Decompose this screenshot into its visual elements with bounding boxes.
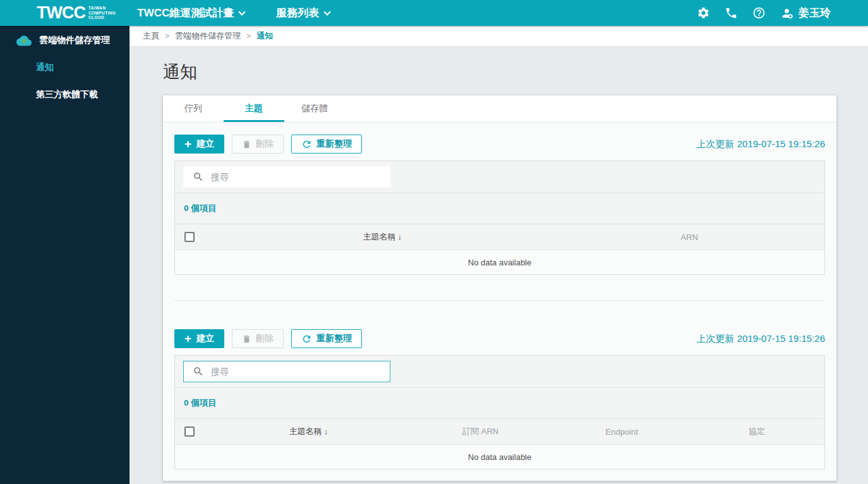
column-label: 主題名稱 bbox=[289, 427, 322, 436]
last-updated-label: 上次更新 bbox=[697, 333, 735, 344]
delete-button-label: 刪除 bbox=[256, 138, 274, 150]
last-updated-label: 上次更新 bbox=[697, 138, 735, 149]
services-menu[interactable]: 服務列表 bbox=[276, 6, 330, 20]
column-header-topic-name[interactable]: 主題名稱↓ bbox=[210, 231, 554, 243]
tab-buckets[interactable]: 儲存體 bbox=[284, 95, 345, 122]
topics-search-box bbox=[183, 166, 390, 188]
create-subscription-button[interactable]: + 建立 bbox=[174, 329, 224, 348]
create-button-label: 建立 bbox=[196, 333, 214, 344]
subscriptions-toolbar: + 建立 刪除 重新整理 bbox=[174, 329, 825, 348]
sidebar-nav: 通知 第三方軟體下載 bbox=[0, 62, 130, 100]
user-pin-icon bbox=[780, 6, 793, 20]
column-header-topic-name[interactable]: 主題名稱↓ bbox=[210, 426, 407, 437]
phone-contact-icon[interactable] bbox=[725, 6, 738, 20]
logo-sub-line: COMPUTING bbox=[88, 11, 116, 15]
topics-empty-state: No data available bbox=[175, 250, 824, 274]
trash-icon bbox=[242, 334, 251, 344]
breadcrumb-storage-management[interactable]: 雲端物件儲存管理 bbox=[175, 30, 241, 42]
topics-table-panel: 0 個項目 主題名稱↓ ARN bbox=[174, 160, 825, 275]
notifications-card: 佇列 主題 儲存體 + 建立 bbox=[163, 95, 836, 481]
tab-bar: 佇列 主題 儲存體 bbox=[163, 95, 836, 123]
topics-item-count: 0 個項目 bbox=[175, 193, 824, 224]
column-header-arn: ARN bbox=[554, 233, 824, 242]
logo-sub-line: CLOUD bbox=[88, 15, 104, 20]
tab-label: 佇列 bbox=[184, 103, 202, 113]
project-menu[interactable]: TWCC維運測試計畫 bbox=[137, 6, 244, 20]
column-header-endpoint: Endpoint bbox=[554, 427, 689, 437]
tab-panel-topics: + 建立 刪除 重新整理 bbox=[163, 123, 836, 481]
sidebar-item-third-party-download[interactable]: 第三方軟體下載 bbox=[0, 89, 130, 100]
settings-gear-icon[interactable] bbox=[697, 6, 710, 20]
sidebar-service-title-label: 雲端物件儲存管理 bbox=[39, 35, 110, 46]
sort-desc-icon: ↓ bbox=[324, 427, 329, 436]
refresh-topics-button[interactable]: 重新整理 bbox=[291, 135, 362, 154]
create-topic-button[interactable]: + 建立 bbox=[174, 135, 224, 154]
user-name: 姜玉玲 bbox=[799, 6, 831, 20]
subscriptions-empty-state: No data available bbox=[175, 444, 824, 469]
breadcrumb-separator: > bbox=[165, 32, 169, 40]
subscriptions-section: + 建立 刪除 重新整理 bbox=[174, 329, 825, 469]
tab-label: 儲存體 bbox=[301, 103, 328, 113]
column-label: 協定 bbox=[749, 427, 765, 436]
sidebar-item-label: 第三方軟體下載 bbox=[36, 89, 98, 99]
column-header-subscription-arn: 訂閱 ARN bbox=[407, 426, 554, 437]
delete-topic-button[interactable]: 刪除 bbox=[232, 135, 284, 154]
main-area: 主頁 > 雲端物件儲存管理 > 通知 通知 佇列 主題 儲存體 bbox=[130, 26, 868, 484]
refresh-icon bbox=[301, 139, 312, 150]
refresh-button-label: 重新整理 bbox=[316, 138, 352, 150]
sort-desc-icon: ↓ bbox=[397, 232, 402, 241]
topbar: TWCC TAIWAN COMPUTING CLOUD TWCC維運測試計畫 服… bbox=[0, 0, 868, 26]
refresh-icon bbox=[301, 334, 312, 344]
subscriptions-table-panel: 0 個項目 主題名稱↓ 訂閱 ARN bbox=[174, 355, 825, 469]
breadcrumb: 主頁 > 雲端物件儲存管理 > 通知 bbox=[130, 26, 868, 47]
select-all-checkbox[interactable] bbox=[184, 427, 195, 437]
checkbox-cell bbox=[175, 427, 210, 437]
plus-icon: + bbox=[184, 332, 191, 344]
cloud-upload-icon bbox=[16, 35, 32, 46]
last-updated-text: 上次更新 2019-07-15 19:15:26 bbox=[697, 333, 825, 345]
tab-queues[interactable]: 佇列 bbox=[163, 95, 224, 122]
column-label: ARN bbox=[680, 233, 697, 242]
page-content: 通知 佇列 主題 儲存體 bbox=[130, 47, 868, 481]
chevron-down-icon bbox=[324, 8, 331, 15]
search-icon bbox=[193, 171, 204, 183]
column-label: Endpoint bbox=[606, 427, 638, 437]
delete-button-label: 刪除 bbox=[256, 333, 274, 344]
tab-topics[interactable]: 主題 bbox=[224, 95, 284, 122]
project-menu-label: TWCC維運測試計畫 bbox=[137, 6, 234, 20]
select-all-checkbox[interactable] bbox=[184, 232, 195, 242]
column-header-protocol: 協定 bbox=[689, 426, 824, 437]
section-divider bbox=[174, 300, 825, 301]
subscriptions-item-count: 0 個項目 bbox=[175, 387, 824, 418]
last-updated-text: 上次更新 2019-07-15 19:15:26 bbox=[697, 138, 825, 150]
checkbox-cell bbox=[175, 232, 210, 242]
breadcrumb-current[interactable]: 通知 bbox=[256, 30, 273, 42]
breadcrumb-separator: > bbox=[246, 32, 251, 40]
refresh-subscriptions-button[interactable]: 重新整理 bbox=[291, 329, 362, 348]
subscriptions-search-box bbox=[183, 361, 390, 382]
delete-subscription-button[interactable]: 刪除 bbox=[232, 329, 284, 348]
help-icon[interactable] bbox=[752, 6, 766, 20]
sidebar: 雲端物件儲存管理 通知 第三方軟體下載 bbox=[0, 26, 130, 484]
plus-icon: + bbox=[184, 138, 191, 150]
twcc-logo[interactable]: TWCC TAIWAN COMPUTING CLOUD bbox=[37, 4, 116, 21]
breadcrumb-home[interactable]: 主頁 bbox=[143, 30, 159, 42]
chevron-down-icon bbox=[239, 8, 246, 15]
subscriptions-search-input[interactable] bbox=[211, 366, 385, 377]
topbar-actions: 姜玉玲 bbox=[697, 6, 868, 20]
topics-table-header: 主題名稱↓ ARN bbox=[175, 224, 824, 250]
sidebar-service-title[interactable]: 雲端物件儲存管理 bbox=[0, 35, 130, 46]
sidebar-item-label: 通知 bbox=[36, 62, 54, 72]
logo-subtext: TAIWAN COMPUTING CLOUD bbox=[88, 6, 116, 20]
column-label: 主題名稱 bbox=[363, 232, 395, 241]
trash-icon bbox=[242, 140, 251, 149]
user-menu[interactable]: 姜玉玲 bbox=[780, 6, 831, 20]
last-updated-time: 2019-07-15 19:15:26 bbox=[737, 138, 825, 149]
column-label: 訂閱 ARN bbox=[462, 427, 498, 436]
logo-text: TWCC bbox=[37, 4, 85, 21]
topics-section: + 建立 刪除 重新整理 bbox=[174, 135, 825, 275]
topics-search-input[interactable] bbox=[211, 172, 385, 182]
sidebar-item-notifications[interactable]: 通知 bbox=[0, 62, 130, 73]
subscriptions-table-header: 主題名稱↓ 訂閱 ARN Endpoint 協定 bbox=[175, 418, 824, 444]
search-row bbox=[175, 161, 824, 193]
